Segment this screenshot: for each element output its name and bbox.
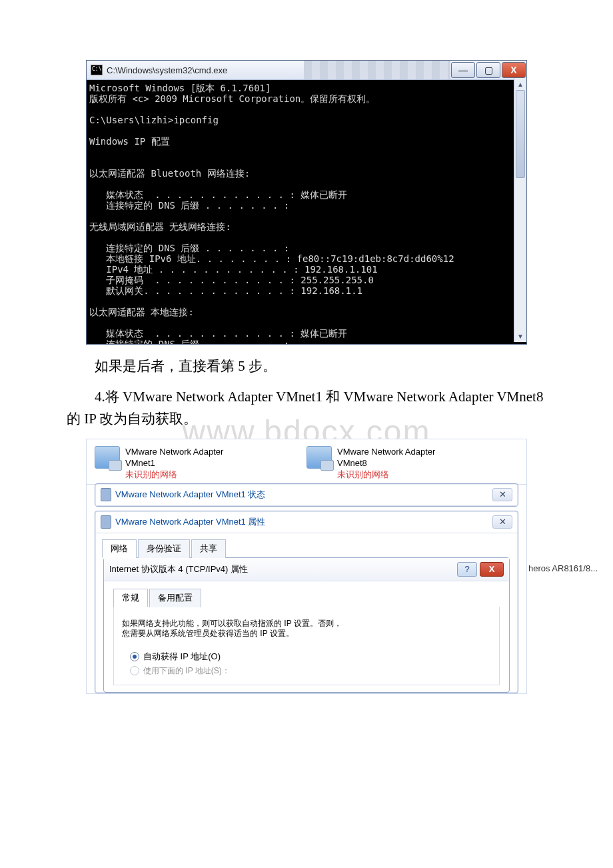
- network-adapter-icon: [95, 446, 120, 469]
- adapter2-sub: VMnet8: [337, 457, 435, 469]
- radio-on-icon: [130, 652, 139, 661]
- tab-general[interactable]: 常规: [113, 589, 148, 607]
- network-adapter-icon: [306, 446, 332, 469]
- tab-share[interactable]: 共享: [191, 539, 226, 558]
- radio-manual-ip[interactable]: 使用下面的 IP 地址(S)：: [130, 665, 495, 677]
- radio-auto-label: 自动获得 IP 地址(O): [143, 651, 221, 663]
- tab-alternate[interactable]: 备用配置: [149, 589, 201, 607]
- adapter2-state: 未识别的网络: [337, 469, 435, 480]
- scroll-up-icon[interactable]: ▲: [514, 78, 526, 90]
- adapter1-sub: VMnet1: [125, 457, 223, 469]
- adapter1-state: 未识别的网络: [125, 469, 223, 480]
- radio-off-icon: [130, 666, 139, 675]
- tab-auth[interactable]: 身份验证: [138, 539, 190, 558]
- ipv4-dialog-title: Internet 协议版本 4 (TCP/IPv4) 属性: [109, 563, 457, 575]
- adapter1-name: VMware Network Adapter: [125, 446, 223, 457]
- cmd-system-icon: [91, 65, 103, 75]
- tab-network[interactable]: 网络: [102, 539, 137, 558]
- radio-manual-label: 使用下面的 IP 地址(S)：: [143, 665, 230, 677]
- properties-dialog: VMware Network Adapter VMnet1 属性 ✕ heros…: [95, 511, 518, 693]
- background-driver-text: heros AR8161/8...: [528, 563, 598, 573]
- prop-dialog-close-button[interactable]: ✕: [492, 515, 512, 529]
- help-button[interactable]: ?: [457, 562, 477, 577]
- ipv4-info-text: 如果网络支持此功能，则可以获取自动指派的 IP 设置。否则， 您需要从网络系统管…: [122, 619, 491, 639]
- status-dialog-close-button[interactable]: ✕: [492, 488, 512, 501]
- minimize-button[interactable]: —: [451, 62, 475, 78]
- ipv4-dialog: Internet 协议版本 4 (TCP/IPv4) 属性 ? X 常规 备用配…: [103, 557, 510, 693]
- cmd-titlebar[interactable]: C:\Windows\system32\cmd.exe — ▢ X: [87, 61, 526, 80]
- adapter-vmnet1[interactable]: VMware Network Adapter VMnet1 未识别的网络: [95, 446, 306, 480]
- cmd-scrollbar[interactable]: ▲ ▼: [514, 78, 526, 342]
- adapter-small-icon: [101, 515, 111, 529]
- maximize-button[interactable]: ▢: [476, 62, 500, 78]
- cmd-output: Microsoft Windows [版本 6.1.7601] 版权所有 <c>…: [87, 80, 526, 344]
- network-panel: VMware Network Adapter VMnet1 未识别的网络 VMw…: [86, 439, 527, 694]
- status-dialog: VMware Network Adapter VMnet1 状态 ✕: [95, 483, 518, 507]
- scroll-thumb[interactable]: [516, 90, 525, 178]
- close-button[interactable]: X: [502, 62, 526, 78]
- prop-dialog-title: VMware Network Adapter VMnet1 属性: [115, 516, 492, 528]
- doc-paragraph-1: 如果是后者，直接看第 5 步。: [67, 355, 546, 378]
- radio-auto-ip[interactable]: 自动获得 IP 地址(O): [130, 651, 495, 663]
- doc-paragraph-2: 4.将 VMware Network Adapter VMnet1 和 VMwa…: [67, 386, 546, 431]
- ipv4-close-button[interactable]: X: [480, 562, 504, 577]
- adapter-row: VMware Network Adapter VMnet1 未识别的网络 VMw…: [87, 439, 526, 485]
- prop-tabs: 网络 身份验证 共享: [95, 533, 518, 557]
- cmd-window: C:\Windows\system32\cmd.exe — ▢ X Micros…: [86, 60, 527, 345]
- adapter-small-icon: [101, 488, 111, 501]
- cmd-title: C:\Windows\system32\cmd.exe: [107, 65, 304, 75]
- adapter-vmnet8[interactable]: VMware Network Adapter VMnet8 未识别的网络: [306, 446, 518, 480]
- adapter2-name: VMware Network Adapter: [337, 446, 435, 457]
- status-dialog-title: VMware Network Adapter VMnet1 状态: [115, 489, 492, 501]
- titlebar-fade: [304, 61, 450, 79]
- scroll-down-icon[interactable]: ▼: [514, 330, 526, 342]
